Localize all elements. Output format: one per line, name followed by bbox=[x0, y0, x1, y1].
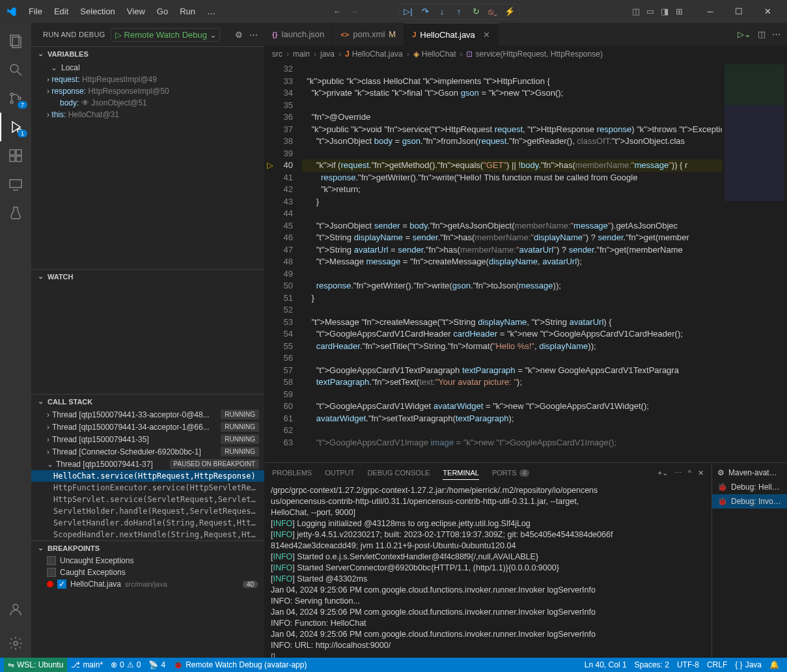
activity-extensions[interactable] bbox=[0, 141, 31, 170]
thread-row[interactable]: ›Thread [qtp1500079441-34-acceptor-1@66.… bbox=[31, 421, 264, 433]
panel-tab[interactable]: OUTPUT bbox=[325, 466, 354, 480]
activity-testing[interactable] bbox=[0, 199, 31, 227]
stack-frame[interactable]: HttpServlet.service(ServletRequest,Servl… bbox=[31, 494, 264, 505]
code-content[interactable]: "k">public "k">class HelloChat "k">imple… bbox=[302, 62, 722, 462]
status-branch[interactable]: ⎇main* bbox=[67, 658, 107, 672]
split-editor-icon[interactable]: ◫ bbox=[758, 29, 766, 39]
status-encoding[interactable]: UTF-8 bbox=[673, 658, 703, 672]
menu-item[interactable]: Go bbox=[152, 4, 173, 19]
editor-tab[interactable]: <>pom.xmlM bbox=[333, 23, 404, 46]
checkbox[interactable] bbox=[47, 568, 56, 577]
thread-row[interactable]: ⌄Thread [qtp1500079441-37]PAUSED ON BREA… bbox=[31, 458, 264, 470]
bp-caught[interactable]: Caught Exceptions bbox=[31, 567, 264, 578]
bp-file-row[interactable]: ✓ HelloChat.java src/main/java 40 bbox=[31, 578, 264, 590]
window-maximize-button[interactable]: ☐ bbox=[725, 1, 753, 22]
status-spaces[interactable]: Spaces: 2 bbox=[631, 658, 673, 672]
variable-row[interactable]: › this: HelloChat@31 bbox=[31, 109, 264, 120]
activity-accounts[interactable] bbox=[0, 595, 31, 624]
editor-tab[interactable]: {}launch.json bbox=[264, 23, 333, 46]
breadcrumb[interactable]: src›main›java›J HelloChat.java›◈ HelloCh… bbox=[264, 46, 787, 62]
debug-step-over-icon[interactable]: ↷ bbox=[420, 7, 430, 17]
more-icon[interactable]: ⋯ bbox=[249, 30, 258, 40]
breadcrumb-item[interactable]: java bbox=[320, 49, 335, 59]
more-icon[interactable]: ⋯ bbox=[772, 29, 780, 39]
status-language[interactable]: { }Java bbox=[731, 658, 766, 672]
activity-run-debug[interactable]: 1 bbox=[0, 113, 31, 141]
activity-explorer[interactable] bbox=[0, 27, 31, 55]
variables-scope-local[interactable]: ⌄Local bbox=[31, 62, 264, 74]
window-close-button[interactable]: ✕ bbox=[753, 1, 782, 22]
breakpoints-header[interactable]: ⌄BREAKPOINTS bbox=[31, 541, 264, 555]
debug-hot-reload-icon[interactable]: ⚡ bbox=[504, 7, 515, 17]
stack-frame[interactable]: HttpFunctionExecutor.service(HttpServlet… bbox=[31, 482, 264, 494]
layout-customize-icon[interactable]: ⊞ bbox=[674, 7, 684, 17]
nav-forward-icon[interactable]: → bbox=[349, 7, 359, 17]
debug-disconnect-icon[interactable]: ⦸⌄ bbox=[488, 7, 498, 17]
variable-row[interactable]: › response: HttpResponseImpl@50 bbox=[31, 85, 264, 97]
debug-step-out-icon[interactable]: ↑ bbox=[454, 7, 464, 17]
thread-row[interactable]: ›Thread [qtp1500079441-35]RUNNING bbox=[31, 433, 264, 445]
status-problems[interactable]: ⊗0⚠0 bbox=[107, 658, 145, 672]
debug-restart-icon[interactable]: ↻ bbox=[471, 7, 481, 17]
status-eol[interactable]: CRLF bbox=[703, 658, 731, 672]
new-terminal-icon[interactable]: +⌄ bbox=[657, 469, 667, 477]
gear-icon[interactable]: ⚙ bbox=[235, 30, 243, 40]
window-minimize-button[interactable]: ─ bbox=[696, 1, 725, 22]
run-icon[interactable]: ▷⌄ bbox=[738, 29, 751, 39]
breadcrumb-item[interactable]: ◈ HelloChat bbox=[413, 49, 456, 59]
layout-bottom-icon[interactable]: ▭ bbox=[645, 7, 656, 17]
breadcrumb-item[interactable]: src bbox=[272, 49, 283, 59]
breadcrumb-item[interactable]: main bbox=[293, 49, 310, 59]
breadcrumb-item[interactable]: J HelloChat.java bbox=[345, 49, 403, 59]
code-editor[interactable]: 3233343536373839▷40414243444546474849505… bbox=[264, 62, 787, 462]
panel-tab[interactable]: PORTS4 bbox=[492, 466, 529, 480]
thread-row[interactable]: ›Thread [qtp1500079441-33-acceptor-0@48.… bbox=[31, 408, 264, 421]
panel-tab[interactable]: PROBLEMS bbox=[272, 466, 312, 480]
stack-frame[interactable]: ScopedHandler.nextHandle(String,Request,… bbox=[31, 529, 264, 540]
menu-item[interactable]: Run bbox=[174, 4, 200, 19]
debug-continue-icon[interactable]: ▷| bbox=[403, 7, 413, 17]
panel-tab[interactable]: TERMINAL bbox=[443, 466, 479, 480]
status-remote[interactable]: ⇋WSL: Ubuntu bbox=[4, 658, 67, 672]
terminal-instance[interactable]: 🐞Debug: Hell… bbox=[712, 480, 787, 494]
activity-settings[interactable] bbox=[0, 629, 31, 658]
activity-search[interactable] bbox=[0, 55, 31, 84]
variables-header[interactable]: ⌄VARIABLES bbox=[31, 47, 264, 61]
checkbox[interactable] bbox=[47, 556, 56, 565]
panel-maximize-icon[interactable]: ^ bbox=[688, 469, 691, 477]
nav-back-icon[interactable]: ← bbox=[332, 7, 342, 17]
variable-row[interactable]: body: 👁 JsonObject@51 bbox=[31, 97, 264, 109]
menu-item[interactable]: … bbox=[202, 4, 221, 19]
stack-frame[interactable]: ServletHolder.handle(Request,ServletRequ… bbox=[31, 505, 264, 517]
terminal-instance[interactable]: 🐞Debug: Invo… bbox=[712, 494, 787, 509]
checkbox[interactable]: ✓ bbox=[57, 580, 66, 589]
debug-step-into-icon[interactable]: ↓ bbox=[437, 7, 447, 17]
variable-row[interactable]: › request: HttpRequestImpl@49 bbox=[31, 74, 264, 85]
menu-item[interactable]: Selection bbox=[75, 4, 120, 19]
minimap[interactable] bbox=[722, 62, 787, 462]
layout-left-icon[interactable]: ◫ bbox=[631, 7, 641, 17]
menu-item[interactable]: Edit bbox=[49, 4, 74, 19]
terminal-instance[interactable]: ⚙Maven-avat… bbox=[712, 466, 787, 480]
menu-item[interactable]: File bbox=[23, 4, 48, 19]
watch-header[interactable]: ⌄WATCH bbox=[31, 270, 264, 283]
close-icon[interactable]: ✕ bbox=[483, 30, 490, 40]
status-debug[interactable]: 🐞Remote Watch Debug (avatar-app) bbox=[169, 658, 311, 672]
menu-item[interactable]: View bbox=[122, 4, 150, 19]
panel-tab[interactable]: DEBUG CONSOLE bbox=[367, 466, 430, 480]
status-ports[interactable]: 📡4 bbox=[145, 658, 169, 672]
activity-remote[interactable] bbox=[0, 170, 31, 199]
bp-uncaught[interactable]: Uncaught Exceptions bbox=[31, 555, 264, 567]
stack-frame[interactable]: ServletHandler.doHandle(String,Request,H… bbox=[31, 517, 264, 529]
activity-scm[interactable]: 7 bbox=[0, 84, 31, 113]
more-icon[interactable]: ⋯ bbox=[674, 469, 682, 477]
callstack-header[interactable]: ⌄CALL STACK bbox=[31, 395, 264, 408]
editor-tab[interactable]: JHelloChat.java✕ bbox=[404, 23, 499, 46]
debug-config-selector[interactable]: ▷ Remote Watch Debug ⌄ bbox=[111, 28, 220, 42]
breadcrumb-item[interactable]: ⊡ service(HttpRequest, HttpResponse) bbox=[466, 49, 602, 59]
panel-close-icon[interactable]: ✕ bbox=[698, 469, 704, 477]
thread-row[interactable]: ›Thread [Connector-Scheduler-6920b0bc-1]… bbox=[31, 445, 264, 458]
layout-right-icon[interactable]: ◨ bbox=[659, 7, 670, 17]
status-cursor[interactable]: Ln 40, Col 1 bbox=[581, 658, 631, 672]
terminal-output[interactable]: /grpc/grpc-context/1.27.2/grpc-context-1… bbox=[264, 483, 711, 658]
